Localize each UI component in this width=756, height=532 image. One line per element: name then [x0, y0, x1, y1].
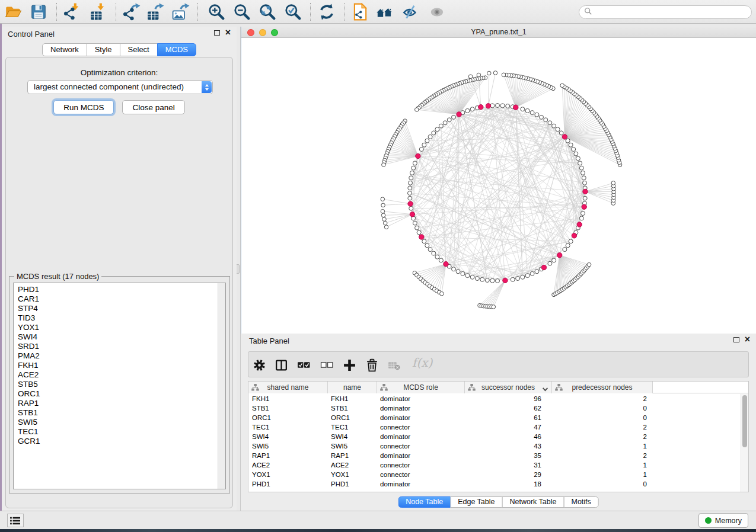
mcds-result-item[interactable]: GCR1	[14, 437, 217, 446]
show-hidden-icon	[428, 2, 448, 22]
network-canvas[interactable]	[241, 38, 756, 334]
mcds-result-item[interactable]: ORC1	[14, 389, 217, 399]
column-header-MCDS-role[interactable]: MCDS role	[377, 382, 465, 393]
tab-network[interactable]: Network	[42, 43, 87, 56]
mcds-result-item[interactable]: PMA2	[14, 351, 217, 361]
network-window: YPA_prune.txt_1	[241, 27, 756, 334]
network-titlebar[interactable]: YPA_prune.txt_1	[241, 27, 756, 38]
table-panel-title: Table Panel	[249, 336, 289, 345]
close-panel-icon[interactable]: ×	[225, 30, 231, 36]
delete-row-icon[interactable]	[364, 358, 379, 372]
mcds-result-item[interactable]: TID3	[14, 313, 217, 323]
search-icon	[584, 7, 592, 18]
table-row[interactable]: YOX1YOX1connector291	[248, 470, 741, 479]
mcds-result-item[interactable]: SWI5	[14, 418, 217, 427]
table-panel-tabs: Node TableEdge TableNetwork TableMotifs	[398, 496, 599, 508]
select-all-icon[interactable]	[296, 358, 311, 372]
list-icon	[9, 516, 21, 525]
tab-edge-table[interactable]: Edge Table	[450, 496, 502, 508]
import-network-icon[interactable]	[62, 2, 82, 22]
main-toolbar	[0, 0, 756, 24]
zoom-fit-icon[interactable]	[257, 2, 277, 22]
result-list-scrollbar[interactable]	[218, 283, 225, 489]
toolbar-separator	[116, 3, 116, 21]
status-bar: Memory	[0, 511, 756, 529]
import-table-icon[interactable]	[88, 2, 108, 22]
table-row[interactable]: TEC1TEC1connector472	[248, 422, 741, 432]
export-table-icon[interactable]	[145, 2, 165, 22]
mcds-result-item[interactable]: STB1	[14, 408, 217, 418]
mcds-result-item[interactable]: STP4	[14, 304, 217, 313]
table-row[interactable]: FKH1FKH1dominator962	[248, 394, 741, 403]
optimization-criterion-label: Optimization criterion:	[6, 68, 232, 77]
mcds-result-item[interactable]: PHD1	[14, 285, 217, 294]
table-row[interactable]: STB1STB1dominator620	[248, 403, 741, 413]
mcds-result-list: PHD1CAR1STP4TID3YOX1SWI4SRD1PMA2FKH1ACE2…	[14, 285, 217, 489]
mcds-result-item[interactable]: RAP1	[14, 399, 217, 408]
table-row[interactable]: RAP1RAP1dominator352	[248, 451, 741, 460]
column-header-predecessor-nodes[interactable]: predecessor nodes	[552, 382, 653, 393]
mcds-result-item[interactable]: SRD1	[14, 342, 217, 351]
sort-chevron-icon[interactable]	[542, 385, 548, 393]
node-table: shared namenameMCDS rolesuccessor nodesp…	[248, 381, 749, 492]
add-row-icon[interactable]	[342, 358, 357, 372]
mcds-result-item[interactable]: TEC1	[14, 427, 217, 437]
table-row[interactable]: SWI5SWI5connector431	[248, 441, 741, 451]
control-panel: Control Panel × NetworkStyleSelectMCDS O…	[2, 27, 237, 511]
refresh-layout-icon[interactable]	[317, 2, 337, 22]
network-graph[interactable]	[241, 38, 756, 334]
tab-select[interactable]: Select	[120, 43, 158, 56]
export-image-icon[interactable]	[171, 2, 191, 22]
deselect-all-icon[interactable]	[319, 358, 334, 372]
zoom-out-icon[interactable]	[232, 2, 252, 22]
desktop-edge-bottom	[0, 529, 756, 532]
function-builder-icon: f(x)	[412, 355, 432, 370]
export-network-icon[interactable]	[122, 2, 142, 22]
hide-selected-icon[interactable]	[401, 2, 421, 22]
control-panel-tabs: NetworkStyleSelectMCDS	[42, 43, 196, 56]
table-row[interactable]: PHD1PHD1dominator180	[248, 479, 741, 489]
mcds-result-item[interactable]: CAR1	[14, 294, 217, 304]
mcds-result-item[interactable]: STB5	[14, 380, 217, 389]
node-table-rows: FKH1FKH1dominator962STB1STB1dominator620…	[248, 394, 741, 492]
table-row[interactable]: SWI4SWI4dominator462	[248, 432, 741, 441]
task-history-button[interactable]	[7, 514, 24, 527]
table-scrollbar-thumb[interactable]	[742, 395, 747, 447]
mcds-result-item[interactable]: FKH1	[14, 361, 217, 370]
shared-column-icon	[380, 384, 388, 393]
column-settings-icon[interactable]	[251, 358, 267, 372]
float-panel-icon[interactable]	[214, 30, 220, 36]
tab-style[interactable]: Style	[87, 43, 120, 56]
table-toolbar: f(x)	[248, 351, 749, 377]
mcds-result-item[interactable]: SWI4	[14, 332, 217, 342]
mcds-result-item[interactable]: YOX1	[14, 323, 217, 332]
search-box[interactable]	[579, 5, 752, 19]
network-document-icon[interactable]	[350, 2, 370, 22]
tab-motifs[interactable]: Motifs	[563, 496, 598, 508]
open-file-icon[interactable]	[3, 2, 23, 22]
tab-mcds[interactable]: MCDS	[157, 43, 196, 56]
criterion-dropdown[interactable]: largest connected component (undirected)	[27, 80, 213, 94]
table-scrollbar[interactable]	[741, 394, 748, 492]
zoom-in-icon[interactable]	[206, 2, 227, 22]
table-row[interactable]: ACE2ACE2connector311	[248, 460, 741, 470]
column-header-shared-name[interactable]: shared name	[248, 382, 328, 393]
shared-column-icon	[555, 384, 563, 393]
close-panel-button[interactable]: Close panel	[122, 100, 184, 114]
save-session-icon[interactable]	[28, 2, 49, 22]
tab-node-table[interactable]: Node Table	[398, 496, 451, 508]
control-panel-title: Control Panel	[8, 30, 55, 39]
column-header-successor-nodes[interactable]: successor nodes	[465, 382, 552, 393]
close-table-panel-icon[interactable]: ×	[745, 336, 750, 342]
run-mcds-button[interactable]: Run MCDS	[53, 100, 114, 114]
zoom-selected-icon[interactable]	[283, 2, 303, 22]
search-input[interactable]	[595, 7, 751, 18]
memory-button[interactable]: Memory	[698, 513, 748, 528]
column-header-name[interactable]: name	[328, 382, 377, 393]
tab-network-table[interactable]: Network Table	[502, 496, 564, 508]
table-row[interactable]: ORC1ORC1dominator610	[248, 413, 741, 422]
float-table-panel-icon[interactable]	[733, 337, 739, 342]
show-all-icon[interactable]	[375, 2, 395, 22]
split-view-icon[interactable]	[273, 358, 289, 372]
mcds-result-item[interactable]: ACE2	[14, 370, 217, 380]
